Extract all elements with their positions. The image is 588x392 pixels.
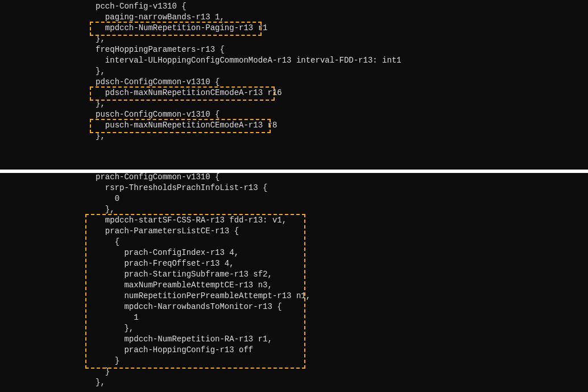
code-block-top: pcch-Config-v1310 { paging-narrowBands-r… (0, 1, 401, 142)
code-block-bottom: prach-ConfigCommon-v1310 { rsrp-Threshol… (0, 173, 310, 388)
code-pane-bottom: prach-ConfigCommon-v1310 { rsrp-Threshol… (0, 173, 588, 392)
code-pane-top: pcch-Config-v1310 { paging-narrowBands-r… (0, 0, 588, 170)
